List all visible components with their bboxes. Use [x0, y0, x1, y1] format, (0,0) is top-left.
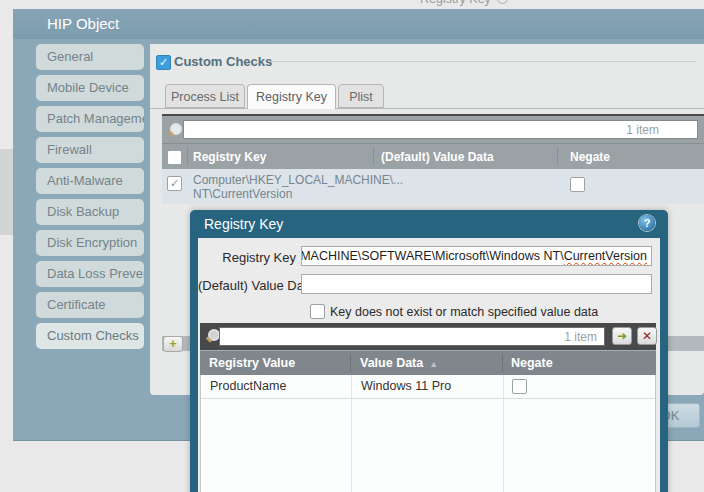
table-body: ProductName Windows 11 Pro: [200, 375, 656, 492]
key-not-exist-label: Key does not exist or match specified va…: [330, 305, 598, 319]
tab-process-list[interactable]: Process List: [165, 84, 245, 108]
background-help-icon: [497, 0, 508, 4]
tab-plist[interactable]: Plist: [338, 84, 384, 108]
registry-key-field-label: Registry Key: [198, 247, 296, 268]
col-header-negate[interactable]: Negate: [570, 150, 610, 164]
background-column-header-label: Registry Key: [420, 0, 491, 6]
registry-value-cell: ProductName: [210, 379, 286, 393]
table-row[interactable]: ✓ Computer\HKEY_LOCAL_MACHINE\... NT\Cur…: [162, 169, 704, 204]
help-icon[interactable]: ?: [639, 215, 655, 231]
sidebar-item-disk-encryption[interactable]: Disk Encryption: [36, 230, 144, 256]
value-data-cell: Windows 11 Pro: [361, 379, 451, 393]
registry-key-dialog: Registry Key ? Registry Key Computer\HKE…: [190, 210, 668, 492]
clear-filter-button[interactable]: ✕: [637, 327, 657, 345]
registry-key-dialog-title: Registry Key: [204, 216, 283, 232]
sidebar-item-disk-backup[interactable]: Disk Backup: [36, 199, 144, 225]
item-count-label: 1 item: [564, 330, 597, 344]
table-row[interactable]: ProductName Windows 11 Pro: [201, 375, 655, 399]
custom-checks-label: Custom Checks: [174, 54, 272, 69]
registry-key-cell: Computer\HKEY_LOCAL_MACHINE\... NT\Curre…: [193, 173, 403, 201]
check-icon: ✓: [157, 56, 170, 69]
hip-dialog-title: HIP Object: [13, 9, 704, 39]
registry-key-dialog-body: Registry Key Computer\HKEY_LOCAL_MACHINE…: [198, 238, 660, 492]
table-search-bar: 1 item: [162, 116, 704, 143]
table-search-input[interactable]: [219, 327, 605, 346]
negate-checkbox[interactable]: [570, 177, 585, 192]
sidebar-item-patch-management[interactable]: Patch Management: [36, 106, 144, 132]
sidebar-item-custom-checks[interactable]: Custom Checks: [36, 323, 144, 349]
table-search-input[interactable]: [183, 120, 698, 139]
col-header-registry-value[interactable]: Registry Value: [209, 356, 295, 370]
select-all-checkbox[interactable]: [167, 150, 182, 165]
sidebar-item-firewall[interactable]: Firewall: [36, 137, 144, 163]
default-value-data-input[interactable]: [301, 274, 652, 294]
sidebar-item-mobile-device[interactable]: Mobile Device: [36, 75, 144, 101]
close-icon: ✕: [642, 329, 652, 343]
add-button[interactable]: +: [163, 336, 183, 352]
search-icon: [167, 123, 181, 137]
registry-value-table: 1 item ➜ ✕ Registry Value Value Data▲ Ne…: [200, 323, 656, 492]
col-header-default-value-data[interactable]: (Default) Value Data: [381, 150, 494, 164]
arrow-right-icon: ➜: [617, 329, 627, 343]
sidebar-item-anti-malware[interactable]: Anti-Malware: [36, 168, 144, 194]
sidebar-item-data-loss-prevention[interactable]: Data Loss Prevention: [36, 261, 144, 287]
col-header-negate[interactable]: Negate: [511, 356, 553, 370]
add-icon: +: [169, 336, 177, 351]
item-count-label: 1 item: [626, 123, 659, 137]
screen: Registry Key HIP Object General Mobile D…: [0, 0, 704, 492]
negate-checkbox[interactable]: [512, 379, 527, 394]
col-header-value-data[interactable]: Value Data▲: [360, 356, 438, 370]
registry-key-input[interactable]: Computer\HKEY_LOCAL_MACHINE\SOFTWARE\Mic…: [301, 246, 652, 266]
custom-checks-checkbox[interactable]: ✓: [156, 55, 171, 70]
check-icon: ✓: [168, 177, 181, 190]
sidebar-item-general[interactable]: General: [36, 44, 144, 70]
col-header-registry-key[interactable]: Registry Key: [193, 150, 266, 164]
row-select-checkbox[interactable]: ✓: [167, 176, 182, 191]
sidebar-item-certificate[interactable]: Certificate: [36, 292, 144, 318]
default-value-data-label: (Default) Value Data: [198, 275, 296, 296]
tab-registry-key[interactable]: Registry Key: [247, 84, 336, 109]
background-dialog-edge: [0, 149, 13, 235]
fieldset-border: [268, 61, 696, 62]
table-header-row: Registry Value Value Data▲ Negate: [200, 350, 656, 375]
table-search-bar: 1 item ➜ ✕: [200, 323, 656, 350]
background-column-header: Registry Key: [420, 0, 508, 6]
key-not-exist-checkbox[interactable]: [310, 304, 325, 319]
sort-ascending-icon: ▲: [429, 359, 438, 369]
search-icon: [205, 329, 219, 343]
table-header-row: Registry Key (Default) Value Data Negate: [162, 143, 704, 169]
apply-filter-button[interactable]: ➜: [612, 327, 632, 345]
